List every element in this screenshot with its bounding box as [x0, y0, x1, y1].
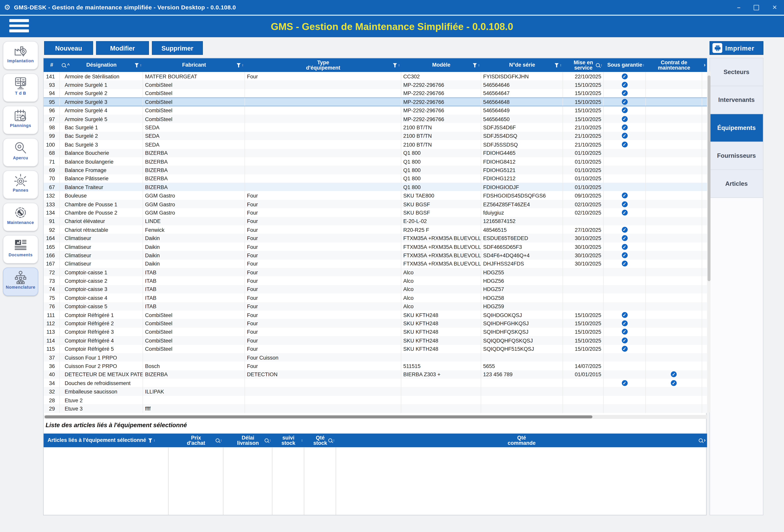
chevron-right-icon[interactable]: › — [704, 62, 705, 68]
table-row[interactable]: 76Comptoir-caisse 5ITABFourAlcoHDGZ59 — [44, 302, 707, 310]
sidebar-item-pannes[interactable]: Pannes — [3, 170, 38, 199]
table-row[interactable]: 73Comptoir-caisse 2ITABFourAlcoHDGZ56 — [44, 277, 707, 285]
vertical-scrollbar[interactable] — [707, 72, 710, 413]
table-row[interactable]: 37Cuisson Four 1 PRPOFour Cuisson — [44, 353, 707, 362]
horizontal-scrollbar[interactable] — [44, 415, 707, 419]
sort-icon[interactable]: ↕ — [398, 62, 400, 68]
column-header-fabricant[interactable]: Fabricant↕ — [143, 58, 245, 72]
sort-icon[interactable]: ↕ — [600, 62, 602, 68]
table-row[interactable]: 164ClimatiseurDaikinFourFTXM35A +RXM35A … — [44, 234, 707, 243]
column-header-modele[interactable]: Modèle↕ — [401, 58, 481, 72]
table-row[interactable]: 91Chariot élévateurLINDEFourE-20-L-02121… — [44, 217, 707, 225]
search-icon[interactable] — [62, 63, 66, 67]
table-row[interactable]: 167ClimatiseurDaikinFourFTXM35A +RXM35A … — [44, 259, 707, 268]
sidebar-item-apercu[interactable]: Apercu — [3, 138, 38, 167]
search-icon[interactable] — [328, 439, 332, 443]
table-row[interactable]: 134Chambre de Pousse 2GGM GastroFourSKU … — [44, 208, 707, 217]
column-header-contrat[interactable]: Contrat de maintenance — [646, 58, 702, 72]
search-icon[interactable] — [216, 439, 219, 443]
table-row[interactable]: 95Armoire Surgelé 3CombiSteelMP-2292-296… — [44, 97, 707, 106]
sort-icon[interactable]: ↕ — [153, 438, 155, 443]
chevron-right-icon[interactable]: › — [704, 438, 706, 443]
table-row[interactable]: 133Chambre de Pousse 1GGM GastroFourSKU … — [44, 200, 707, 208]
minimize-button[interactable]: – — [737, 4, 740, 10]
sidebar-item-maintenance[interactable]: Maintenance — [3, 203, 38, 231]
table-row[interactable]: 93Armoire Surgelé 1CombiSteelMP-2292-296… — [44, 81, 707, 89]
column-header-garantie[interactable]: Sous garantie↕ — [604, 58, 646, 72]
close-button[interactable]: ✕ — [772, 4, 777, 10]
table-row[interactable]: 94Armoire Surgelé 2CombiSteelMP-2292-296… — [44, 89, 707, 97]
sort-icon[interactable]: ↕ — [269, 438, 271, 443]
table-row[interactable]: 114Comptoir Réfrigéré 4CombiSteelFourSKU… — [44, 336, 707, 344]
table-row[interactable]: 75Comptoir-caisse 4ITABFourAlcoHDGZ58 — [44, 293, 707, 302]
table-row[interactable]: 141Armoire de StérilisationMATFER BOURGE… — [44, 72, 707, 81]
sort-icon[interactable]: ↕ — [220, 438, 222, 443]
table-row[interactable]: 115Comptoir Réfrigéré 5CombiSteelFourSKU… — [44, 345, 707, 353]
sidebar-item-nomenclature[interactable]: Nomenclature — [3, 268, 38, 296]
nouveau-button[interactable]: Nouveau — [44, 41, 93, 55]
horizontal-scrollbar-thumb[interactable] — [45, 415, 592, 418]
table-row[interactable]: 28Etuve 2 — [44, 396, 707, 404]
vertical-scrollbar-thumb[interactable] — [707, 76, 710, 281]
sort-icon[interactable]: ↕ — [301, 438, 303, 443]
tab-secteurs[interactable]: Secteurs — [710, 58, 763, 86]
table-row[interactable]: 29Etuve 3ffff — [44, 404, 707, 413]
filter-icon[interactable] — [393, 63, 397, 67]
supprimer-button[interactable]: Supprimer — [152, 41, 203, 55]
sort-icon[interactable]: ↕ — [140, 62, 142, 68]
table-row[interactable]: 100Bac Surgelé 3SEDA2100 BT/TNSDFJ5SSDSQ… — [44, 140, 707, 148]
articles-column-header-5[interactable]: Qté commande› — [336, 433, 707, 447]
table-row[interactable]: 113Comptoir Réfrigéré 3CombiSteelFourSKU… — [44, 328, 707, 336]
articles-column-header-3[interactable]: suivi stock↕ — [273, 433, 304, 447]
table-row[interactable]: 166ClimatiseurDaikinFourFTXM35A +RXM35A … — [44, 251, 707, 259]
sidebar-item-documents[interactable]: Documents — [3, 235, 38, 263]
table-row[interactable]: 36Cuisson Four 2 PRPOBoschFour5115155655… — [44, 362, 707, 370]
search-icon[interactable] — [699, 439, 703, 443]
table-row[interactable]: 112Comptoir Réfrigéré 2CombiSteelFourSKU… — [44, 319, 707, 328]
tab-équipements[interactable]: Équipements — [710, 114, 763, 142]
tab-articles[interactable]: Articles — [710, 170, 763, 198]
table-row[interactable]: 99Bac Surgelé 2SEDA2100 BT/TNSDFJ5S4DSQ2… — [44, 132, 707, 140]
table-row[interactable]: 132BouleuseGGM GastroFourSKU TAE800FDSHG… — [44, 191, 707, 200]
table-row[interactable]: 40DETECTEUR DE METAUX PATES CCPBIZERBADE… — [44, 370, 707, 379]
column-header-type[interactable]: Type d'équipement↕ — [245, 58, 401, 72]
sort-icon[interactable]: ↕ — [333, 438, 335, 443]
table-row[interactable]: 69Balance FromageBIZERBAQ1 800FDIOHG5121… — [44, 166, 707, 174]
search-icon[interactable] — [596, 63, 599, 67]
table-row[interactable]: 96Armoire Surgelé 4CombiSteelMP-2292-296… — [44, 106, 707, 114]
print-button[interactable]: Imprimer — [709, 41, 763, 55]
tab-fournisseurs[interactable]: Fournisseurs — [710, 142, 763, 170]
modifier-button[interactable]: Modifier — [96, 41, 149, 55]
table-row[interactable]: 74Comptoir-caisse 3ITABFourAlcoHDGZ57 — [44, 285, 707, 293]
articles-column-header-2[interactable]: Délai livraison↕ — [223, 433, 273, 447]
table-row[interactable]: 72Comptoir-caisse 1ITABFourAlcoHDGZ55 — [44, 268, 707, 276]
table-row[interactable]: 98Bac Surgelé 1SEDA2100 BT/TNSDFJ5S4D6F2… — [44, 123, 707, 132]
filter-icon[interactable] — [555, 63, 559, 67]
column-header-mise[interactable]: Mise en service↕ — [563, 58, 604, 72]
sort-icon[interactable]: ↕ — [242, 62, 244, 68]
sort-icon[interactable]: ↕ — [478, 62, 480, 68]
column-header-num[interactable]: # — [44, 58, 60, 72]
table-row[interactable]: 34Douches de refroidissement✓✓ — [44, 379, 707, 387]
table-row[interactable]: 165ClimatiseurDaikinFourFTXM35A +RXM35A … — [44, 243, 707, 251]
table-row[interactable]: 70Balance PâtisserieBIZERBAQ1 800FDIOHG1… — [44, 174, 707, 183]
table-row[interactable]: 92Chariot rétractableFenwickFourR20-R25 … — [44, 225, 707, 234]
table-row[interactable]: 97Armoire Surgelé 5CombiSteelMP-2292-296… — [44, 115, 707, 123]
articles-column-header-4[interactable]: Qté stock↕ — [304, 433, 336, 447]
column-header-serie[interactable]: N°de série↕ — [481, 58, 563, 72]
table-row[interactable]: 71Balance BoulangerieBIZERBAQ1 800FDIOHG… — [44, 157, 707, 166]
column-header-designation[interactable]: ^Désignation↕ — [60, 58, 143, 72]
table-row[interactable]: 68Balance BoucherieBIZERBAQ1 800FDIOHG44… — [44, 149, 707, 157]
header-scroll-right[interactable]: › — [702, 58, 707, 72]
table-row[interactable]: 111Comptoir Réfrigéré 1CombiSteelFourSKU… — [44, 311, 707, 319]
filter-icon[interactable] — [148, 438, 152, 443]
filter-icon[interactable] — [473, 63, 477, 67]
articles-column-header-1[interactable]: Prix d'achat↕ — [169, 433, 223, 447]
sidebar-item-implantation[interactable]: Implantation — [3, 41, 38, 69]
articles-column-header-0[interactable]: Articles liés à l'équipement sélectionné… — [44, 433, 169, 447]
sidebar-item-t-d-b[interactable]: T d B — [3, 74, 38, 102]
search-icon[interactable] — [264, 439, 268, 443]
tab-intervenants[interactable]: Intervenants — [710, 86, 763, 114]
maximize-button[interactable] — [754, 5, 759, 10]
table-row[interactable]: 67Balance TraiteurBIZERBAQ1 800FDIOHGIOD… — [44, 183, 707, 191]
